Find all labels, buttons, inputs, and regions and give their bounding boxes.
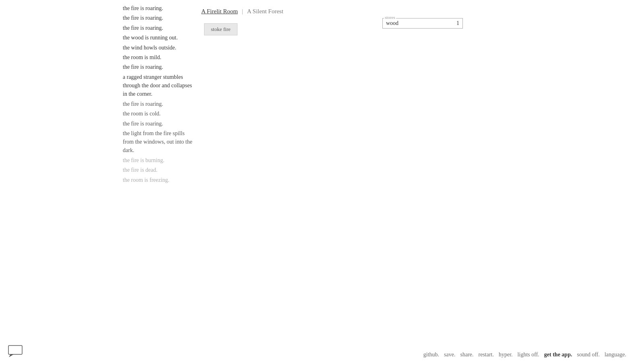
tab-firelit-room[interactable]: A Firelit Room	[201, 8, 238, 15]
log-entry: the fire is roaring.	[123, 63, 203, 72]
stores-label: stores	[384, 15, 396, 20]
footer-link-share[interactable]: share.	[458, 352, 475, 358]
log-entry: the fire is roaring.	[123, 119, 203, 128]
footer-link-lightsoff[interactable]: lights off.	[516, 352, 541, 358]
log-container: the fire is roaring.the fire is roaring.…	[123, 4, 203, 185]
footer-link-gettheapp[interactable]: get the app.	[543, 352, 574, 358]
footer-link-restart[interactable]: restart.	[477, 352, 495, 358]
stoke-fire-button[interactable]: stoke fire	[204, 23, 237, 35]
tab-silent-forest[interactable]: A Silent Forest	[247, 8, 283, 15]
log-entry: the fire is roaring.	[123, 14, 203, 23]
footer-link-github[interactable]: github.	[422, 352, 441, 358]
stores-wood-name: wood	[386, 20, 398, 27]
log-entry: the room is cold.	[123, 109, 203, 118]
log-entry: the room is mild.	[123, 53, 203, 62]
log-entry: the fire is roaring.	[123, 24, 203, 33]
log-entry: the wood is running out.	[123, 33, 203, 42]
footer-link-language[interactable]: language.	[603, 352, 628, 358]
footer-link-soundoff[interactable]: sound off.	[575, 352, 601, 358]
stores-wood-value: 1	[456, 20, 459, 27]
log-entry: the fire is roaring.	[123, 100, 203, 109]
log-entry: a ragged stranger stumbles through the d…	[123, 73, 203, 98]
footer-link-hyper[interactable]: hyper.	[497, 352, 514, 358]
stores-panel: stores wood 1	[382, 18, 463, 29]
nav-separator: |	[242, 8, 243, 15]
log-entry: the wind howls outside.	[123, 43, 203, 52]
log-entry: the fire is burning.	[123, 156, 203, 165]
nav-bar: A Firelit Room | A Silent Forest	[0, 8, 644, 15]
log-entry: the fire is roaring.	[123, 4, 203, 13]
footer-link-save[interactable]: save.	[442, 352, 457, 358]
log-entry: the fire is dead.	[123, 166, 203, 175]
footer: github.save.share.restart.hyper.lights o…	[0, 352, 644, 358]
log-entry: the light from the fire spills from the …	[123, 129, 203, 154]
log-entry: the room is freezing.	[123, 176, 203, 185]
